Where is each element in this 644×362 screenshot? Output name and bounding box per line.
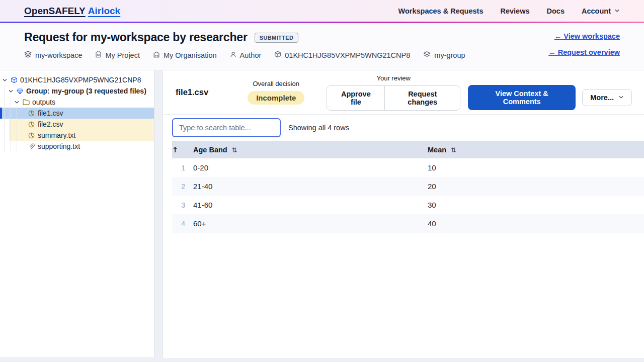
meta-workspace: my-workspace: [24, 51, 82, 59]
chart-file-icon: [28, 121, 35, 128]
page-title: Request for my-workspace by researcher: [24, 31, 248, 44]
table-row: 1 0-20 10: [172, 158, 644, 177]
view-context-comments-button[interactable]: View Context & Comments: [468, 85, 576, 110]
nav-links: Workspaces & Requests Reviews Docs Accou…: [398, 7, 620, 15]
tree-item-label: file1.csv: [38, 109, 63, 117]
author-icon: [230, 51, 236, 59]
chevron-down-icon: [618, 94, 624, 102]
tree-item-group[interactable]: Group: my-group (3 requested files): [0, 85, 154, 97]
cell-age-band: 41-60: [193, 196, 428, 214]
meta-request-id: 01KHC1HJG85VXPMP5WNG21CNP8: [274, 51, 410, 59]
request-overview-link[interactable]: ← Request overview: [548, 48, 620, 56]
group-icon: [423, 51, 431, 59]
row-index-header[interactable]: ↑: [172, 141, 193, 158]
chart-file-icon: [28, 132, 35, 139]
brand-opensafely: OpenSAFELY: [24, 6, 86, 16]
overall-decision-label: Overall decision: [253, 80, 299, 87]
tree-item-summary[interactable]: summary.txt: [9, 130, 154, 141]
sort-icon: ⇅: [232, 146, 237, 154]
row-index: 2: [172, 177, 193, 196]
column-header-age-band[interactable]: Age Band⇅: [193, 141, 428, 158]
table-row: 2 21-40 20: [172, 177, 644, 196]
tree-item-file2[interactable]: file2.csv: [9, 119, 154, 130]
approve-file-button[interactable]: Approve file: [327, 86, 385, 110]
nav-docs[interactable]: Docs: [547, 7, 565, 15]
your-review-block: Your review Approve file Request changes: [327, 74, 460, 111]
nav-reviews[interactable]: Reviews: [500, 7, 529, 15]
nav-workspaces-requests[interactable]: Workspaces & Requests: [398, 7, 484, 15]
column-header-mean[interactable]: Mean⇅: [428, 141, 644, 158]
meta-author: Author: [230, 51, 262, 59]
table-row: 3 41-60 30: [172, 196, 644, 214]
content-area: 01KHC1HJG85VXPMP5WNG21CNP8 Group: my-gro…: [0, 70, 644, 362]
cell-mean: 20: [428, 177, 644, 196]
request-id-icon: [274, 51, 281, 59]
sort-icon: ⇅: [451, 146, 456, 154]
request-header-left: Request for my-workspace by researcher S…: [24, 31, 465, 70]
request-header-links: ← View workspace ← Request overview: [548, 31, 620, 70]
chevron-down-icon[interactable]: [8, 88, 14, 94]
your-review-label: Your review: [376, 74, 410, 82]
file-review-panel: file1.csv Overall decision Incomplete Yo…: [163, 70, 644, 358]
row-index: 1: [172, 158, 193, 177]
title-row: Request for my-workspace by researcher S…: [24, 31, 465, 44]
decision-badge: Incomplete: [248, 91, 304, 105]
request-changes-button[interactable]: Request changes: [385, 86, 460, 110]
file-tree-sidebar: 01KHC1HJG85VXPMP5WNG21CNP8 Group: my-gro…: [0, 70, 154, 357]
tree-indent-guide: [11, 97, 11, 152]
view-workspace-link[interactable]: ← View workspace: [554, 32, 620, 40]
tree-item-label: file2.csv: [38, 120, 63, 128]
top-navbar: OpenSAFELYAirlock Workspaces & Requests …: [0, 0, 644, 22]
tree-indent-guide: [17, 108, 17, 152]
cell-age-band: 60+: [193, 214, 428, 233]
cell-mean: 40: [428, 214, 644, 233]
cell-mean: 30: [428, 196, 644, 214]
chevron-down-icon[interactable]: [14, 100, 20, 105]
overall-decision-block: Overall decision Incomplete: [248, 80, 304, 105]
brand-airlock: Airlock: [88, 6, 120, 16]
tree-item-label: outputs: [32, 98, 55, 106]
folder-icon: [22, 99, 30, 105]
file-panel-header: file1.csv Overall decision Incomplete Yo…: [163, 70, 644, 115]
sort-asc-icon: ↑: [172, 146, 178, 154]
gem-icon: [16, 88, 24, 95]
tree-indent-guide: [5, 85, 5, 152]
tree-item-label: 01KHC1HJG85VXPMP5WNG21CNP8: [20, 76, 141, 84]
rows-summary: Showing all 4 rows: [288, 124, 349, 132]
nav-account-menu[interactable]: Account: [582, 7, 620, 15]
meta-organisation: My Organisation: [153, 51, 217, 59]
row-index: 4: [172, 214, 193, 233]
table-search-input[interactable]: [172, 118, 281, 137]
request-header: Request for my-workspace by researcher S…: [0, 23, 644, 70]
row-index: 3: [172, 196, 193, 214]
chart-file-icon: [28, 110, 35, 117]
meta-group: my-group: [423, 51, 465, 59]
cell-age-band: 0-20: [193, 158, 428, 177]
meta-project: My Project: [95, 51, 140, 59]
table-row: 4 60+ 40: [172, 214, 644, 233]
table-toolbar: Showing all 4 rows: [163, 115, 644, 141]
package-icon: [10, 76, 18, 83]
tree-item-request-root[interactable]: 01KHC1HJG85VXPMP5WNG21CNP8: [0, 74, 154, 85]
nav-account-label: Account: [582, 7, 611, 15]
paperclip-icon: [28, 143, 35, 150]
tree-item-outputs-folder[interactable]: outputs: [0, 97, 154, 108]
tree-item-supporting[interactable]: supporting.txt: [0, 141, 154, 152]
file-name: file1.csv: [176, 87, 208, 97]
chevron-down-icon[interactable]: [2, 77, 8, 83]
tree-item-label: supporting.txt: [38, 142, 80, 150]
tree-item-label: Group: my-group (3 requested files): [26, 87, 146, 95]
brand-logo[interactable]: OpenSAFELYAirlock: [24, 6, 120, 17]
status-badge: SUBMITTED: [255, 33, 299, 43]
table-header-row: ↑ Age Band⇅ Mean⇅: [172, 141, 644, 158]
organisation-icon: [153, 51, 160, 59]
review-button-group: Approve file Request changes: [327, 85, 460, 111]
layers-icon: [24, 51, 32, 59]
tree-item-file1[interactable]: file1.csv: [0, 108, 154, 119]
more-button[interactable]: More...: [582, 89, 632, 106]
project-icon: [95, 51, 102, 59]
cell-age-band: 21-40: [193, 177, 428, 196]
tree-item-label: summary.txt: [38, 131, 75, 139]
request-meta-row: my-workspace My Project My Organisation …: [24, 51, 465, 59]
chevron-down-icon: [614, 7, 620, 15]
